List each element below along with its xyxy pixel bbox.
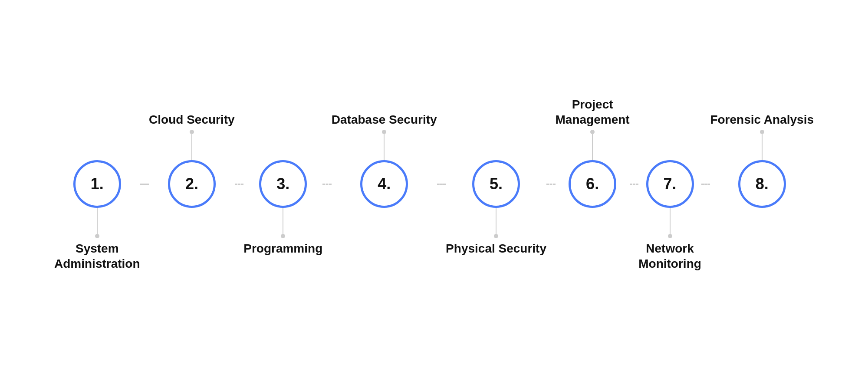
node-number-8: 8. [756,175,769,193]
timeline-container: 1.System AdministrationCloud Security2.3… [22,32,846,336]
node-number-4: 4. [378,175,391,193]
node-circle-8[interactable]: 8. [738,160,786,208]
timeline-node-3: 3.Programming [243,82,322,286]
node-circle-3[interactable]: 3. [259,160,307,208]
timeline-node-4: Database Security4. [332,82,437,286]
timeline-node-7: 7.Network Monitoring [638,82,701,286]
node-circle-6[interactable]: 6. [569,160,616,208]
node-top-line-2 [191,134,192,160]
node-top-dot-2 [190,130,194,134]
node-bottom-dot-5 [494,234,498,238]
node-top-line-8 [762,134,763,160]
connector-3-4 [322,184,332,185]
node-number-5: 5. [490,175,503,193]
node-bottom-label-5: Physical Security [446,241,546,276]
node-bottom-label-1: System Administration [54,241,140,276]
connector-6-7 [630,184,639,185]
timeline-track: 1.System AdministrationCloud Security2.3… [54,82,814,286]
node-top-dot-6 [590,130,595,134]
node-number-6: 6. [586,175,599,193]
node-bottom-dot-7 [668,234,672,238]
node-circle-2[interactable]: 2. [168,160,216,208]
node-circle-1[interactable]: 1. [73,160,121,208]
timeline-node-6: Project Management6. [556,82,630,286]
node-number-3: 3. [276,175,289,193]
node-top-label-6: Project Management [556,92,630,127]
node-bottom-label-3: Programming [243,241,322,276]
connector-4-5 [437,184,446,185]
node-bottom-line-1 [97,208,98,234]
connector-1-2 [140,184,149,185]
node-top-dot-8 [760,130,764,134]
node-circle-7[interactable]: 7. [646,160,694,208]
node-top-line-4 [384,134,385,160]
connector-5-6 [546,184,556,185]
node-bottom-line-5 [496,208,496,234]
node-top-label-8: Forensic Analysis [710,92,814,127]
node-number-7: 7. [664,175,677,193]
timeline-node-5: 5.Physical Security [446,82,546,286]
node-top-label-4: Database Security [332,92,437,127]
node-circle-5[interactable]: 5. [472,160,520,208]
node-top-dot-4 [382,130,386,134]
node-bottom-line-7 [670,208,671,234]
connector-7-8 [701,184,710,185]
node-bottom-label-7: Network Monitoring [638,241,701,276]
node-bottom-dot-1 [95,234,99,238]
node-bottom-dot-3 [281,234,285,238]
connector-2-3 [235,184,244,185]
timeline-node-8: Forensic Analysis8. [710,82,814,286]
node-bottom-line-3 [283,208,283,234]
node-number-2: 2. [185,175,198,193]
node-top-label-2: Cloud Security [149,92,235,127]
timeline-node-1: 1.System Administration [54,82,140,286]
node-top-line-6 [592,134,593,160]
timeline-node-2: Cloud Security2. [149,82,235,286]
node-number-1: 1. [91,175,104,193]
node-circle-4[interactable]: 4. [360,160,408,208]
